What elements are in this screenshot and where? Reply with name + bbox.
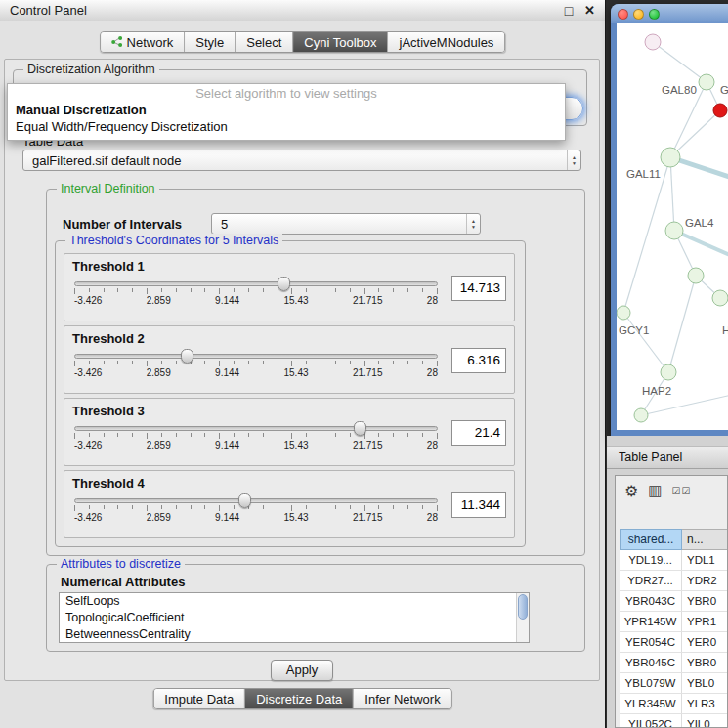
threshold-1-slider[interactable]: -3.4262.8599.14415.4321.71528 — [74, 281, 438, 306]
tab-impute-data[interactable]: Impute Data — [153, 689, 245, 708]
threshold-1-value-field[interactable]: 14.713 — [451, 276, 506, 301]
table-data-select[interactable]: galFiltered.sif default node ▲ ▼ — [22, 150, 581, 171]
scrollbar-thumb[interactable] — [518, 594, 528, 620]
columns-icon[interactable]: ▥ — [648, 482, 662, 499]
slider-thumb[interactable] — [278, 277, 290, 291]
network-node[interactable] — [634, 408, 648, 422]
threshold-4-value-field[interactable]: 11.344 — [451, 492, 506, 518]
table-row[interactable]: YBL079WYBL0 — [620, 673, 728, 694]
cell: YDR2 — [682, 571, 728, 590]
threshold-3-value-field[interactable]: 21.4 — [451, 420, 506, 446]
tab-infer-network[interactable]: Infer Network — [354, 689, 450, 708]
tab-cyni-toolbox[interactable]: Cyni Toolbox — [293, 32, 388, 52]
apply-button[interactable]: Apply — [271, 660, 333, 681]
cell: YIL0 — [682, 714, 728, 728]
table-panel-title: Table Panel — [607, 446, 728, 469]
slider-track[interactable] — [74, 281, 438, 286]
slider-track[interactable] — [74, 426, 438, 431]
node-label-hap2: HAP2 — [642, 385, 671, 397]
threshold-2-slider[interactable]: -3.4262.8599.14415.4321.71528 — [74, 354, 438, 378]
threshold-2-value-field[interactable]: 6.316 — [451, 348, 506, 373]
tab-discretize-data[interactable]: Discretize Data — [245, 689, 354, 708]
close-traffic-light[interactable] — [618, 9, 628, 20]
slider-ticks — [74, 433, 438, 439]
table-row[interactable]: YPR145WYPR1 — [620, 612, 728, 632]
cell: YBR043C — [620, 591, 682, 611]
select-rows-icon[interactable]: ☑☑ — [672, 486, 692, 496]
network-view-window: GAL80 GA GAL11 GAL4 GCY1 H HAP2 — [611, 4, 728, 436]
tab-style[interactable]: Style — [185, 32, 236, 52]
network-node[interactable] — [712, 290, 728, 306]
network-node[interactable] — [665, 222, 683, 239]
network-node[interactable] — [645, 34, 661, 50]
cell: YDL1 — [682, 550, 728, 570]
slider-thumb[interactable] — [238, 493, 251, 508]
number-of-intervals-value: 5 — [212, 217, 466, 232]
network-node[interactable] — [688, 268, 704, 283]
group-title: Attributes to discretize — [57, 557, 185, 571]
control-panel-window: Control Panel □ ✕ Network Style Select C… — [0, 0, 606, 728]
cell: YBL0 — [682, 673, 728, 693]
network-node[interactable] — [661, 148, 680, 167]
algorithm-dropdown-popup: Select algorithm to view settings Manual… — [7, 83, 566, 141]
table-row[interactable]: YER054CYER0 — [620, 632, 728, 653]
list-item-betweennesscentrality[interactable]: BetweennessCentrality — [60, 626, 529, 643]
gear-icon[interactable]: ⚙ — [624, 482, 638, 500]
cell: YDR27... — [620, 571, 682, 590]
network-node[interactable] — [699, 74, 714, 90]
slider-tick-labels: -3.4262.8599.14415.4321.71528 — [74, 440, 438, 450]
interval-definition-group: Interval Definition Number of Intervals … — [46, 189, 585, 556]
dropdown-option-equal-width-frequency[interactable]: Equal Width/Frequency Discretization — [8, 118, 565, 135]
network-node[interactable] — [617, 306, 630, 320]
cell: YPR145W — [620, 612, 682, 631]
network-node-selected[interactable] — [713, 104, 727, 117]
threshold-4-slider[interactable]: -3.4262.8599.14415.4321.71528 — [74, 498, 438, 523]
table-row[interactable]: YBR045CYBR0 — [620, 653, 728, 673]
tab-jactivemodules[interactable]: jActiveMNodules — [389, 32, 505, 52]
slider-tick-labels: -3.4262.8599.14415.4321.71528 — [74, 512, 438, 523]
tab-label: Network — [127, 35, 174, 50]
network-canvas[interactable]: GAL80 GA GAL11 GAL4 GCY1 H HAP2 — [617, 23, 728, 430]
close-icon[interactable]: ✕ — [584, 3, 595, 18]
number-of-intervals-label: Number of Intervals — [63, 217, 182, 232]
threshold-3-label: Threshold 3 — [72, 404, 145, 418]
minimize-traffic-light[interactable] — [633, 9, 644, 20]
float-window-icon[interactable]: □ — [565, 3, 573, 19]
cell: YBR0 — [682, 653, 728, 672]
node-label-gal11: GAL11 — [626, 168, 661, 180]
table-row[interactable]: YDR27...YDR2 — [620, 571, 728, 591]
slider-thumb[interactable] — [181, 349, 193, 364]
cell: YBR045C — [620, 653, 682, 672]
cell: YER0 — [682, 632, 728, 652]
threshold-1-panel: Threshold 1 -3.4262.8599.14415.4321.7152… — [64, 253, 515, 321]
slider-thumb[interactable] — [354, 421, 366, 436]
node-label-gcy1: GCY1 — [619, 324, 649, 336]
table-toolbar: ⚙ ▥ ☑☑ — [616, 476, 727, 505]
table-row[interactable]: YLR345WYLR3 — [620, 694, 728, 714]
column-header-shared-name[interactable]: shared... — [620, 529, 682, 550]
slider-track[interactable] — [74, 498, 438, 503]
number-of-intervals-select[interactable]: 5 ▲ ▼ — [211, 213, 481, 235]
slider-track[interactable] — [74, 354, 438, 359]
table-rows: YDL19...YDL1 YDR27...YDR2 YBR043CYBR0 YP… — [620, 550, 728, 728]
tab-select[interactable]: Select — [236, 32, 293, 52]
tab-network[interactable]: Network — [101, 32, 186, 52]
list-scrollbar[interactable] — [516, 593, 529, 642]
column-header-name[interactable]: n... — [682, 529, 728, 550]
cell: YBL079W — [620, 673, 682, 693]
threshold-3-slider[interactable]: -3.4262.8599.14415.4321.71528 — [74, 426, 438, 450]
table-row[interactable]: YIL052CYIL0 — [620, 714, 728, 728]
list-item-selfloops[interactable]: SelfLoops — [60, 593, 529, 610]
network-node[interactable] — [661, 364, 676, 380]
group-title: Threshold's Coordinates for 5 Intervals — [65, 234, 282, 247]
table-row[interactable]: YBR043CYBR0 — [620, 591, 728, 612]
threshold-4-panel: Threshold 4 -3.4262.8599.14415.4321.7152… — [64, 470, 515, 538]
table-row[interactable]: YDL19...YDL1 — [620, 550, 728, 571]
list-item-topologicalcoefficient[interactable]: TopologicalCoefficient — [60, 610, 529, 626]
tab-label: Style — [195, 35, 224, 50]
tab-label: jActiveMNodules — [400, 35, 494, 50]
dropdown-option-manual-discretization[interactable]: Manual Discretization — [8, 102, 565, 118]
dropdown-placeholder: Select algorithm to view settings — [8, 86, 565, 102]
zoom-traffic-light[interactable] — [649, 9, 660, 20]
arrow-up-icon: ▲ — [572, 155, 577, 160]
